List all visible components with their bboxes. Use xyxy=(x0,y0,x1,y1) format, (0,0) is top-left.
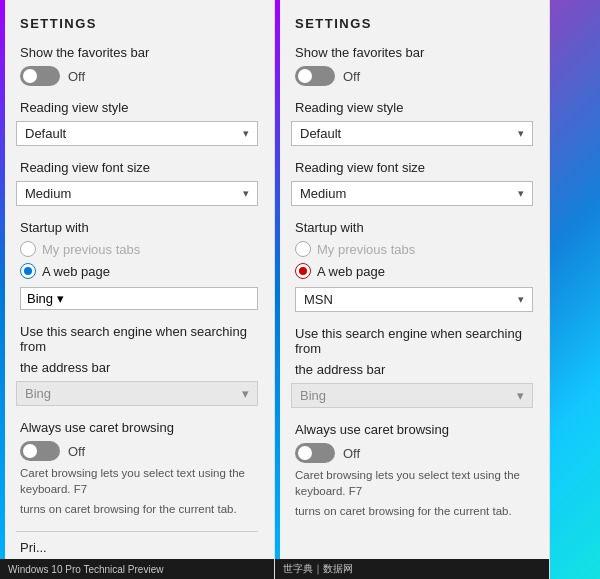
right-search-value: Bing xyxy=(300,388,326,403)
left-radio-prev-tabs[interactable]: My previous tabs xyxy=(20,241,258,257)
left-reading-style-value: Default xyxy=(25,126,66,141)
right-favorites-toggle-knob xyxy=(298,69,312,83)
right-caret-desc1: Caret browsing lets you select text usin… xyxy=(291,467,533,499)
right-accent xyxy=(275,0,280,579)
left-search-label1: Use this search engine when searching fr… xyxy=(16,324,258,354)
left-font-size-select[interactable]: Medium ▾ xyxy=(16,181,258,206)
right-bottom-watermark: 世字典｜数据网 xyxy=(283,562,353,576)
right-radio-web-circle xyxy=(295,263,311,279)
right-panel: SETTINGS Show the favorites bar Off Read… xyxy=(275,0,550,579)
left-search-select[interactable]: Bing ▾ xyxy=(16,381,258,406)
left-favorites-toggle-row: Off xyxy=(16,66,258,86)
right-bottom-bar: 世字典｜数据网 xyxy=(275,559,549,579)
left-radio-prev-label: My previous tabs xyxy=(42,242,140,257)
right-favorites-toggle-row: Off xyxy=(291,66,533,86)
left-startup-dropdown-value: Bing xyxy=(27,291,53,306)
left-search-section: Use this search engine when searching fr… xyxy=(16,324,258,406)
right-font-size-value: Medium xyxy=(300,186,346,201)
left-panel: SETTINGS Show the favorites bar Off Read… xyxy=(0,0,275,579)
right-reading-style-value: Default xyxy=(300,126,341,141)
right-startup-label: Startup with xyxy=(291,220,533,235)
right-reading-style-section: Reading view style Default ▾ xyxy=(291,100,533,146)
right-startup-dropdown-value: MSN xyxy=(304,292,333,307)
right-reading-style-arrow: ▾ xyxy=(518,127,524,140)
right-font-size-arrow: ▾ xyxy=(518,187,524,200)
left-radio-web-dot xyxy=(24,267,32,275)
left-caret-toggle-row: Off xyxy=(16,441,258,461)
right-startup-dropdown-arrow: ▾ xyxy=(518,293,524,306)
right-caret-desc2: turns on caret browsing for the current … xyxy=(291,503,533,519)
right-favorites-label: Show the favorites bar xyxy=(291,45,533,60)
left-startup-section: Startup with My previous tabs A web page… xyxy=(16,220,258,310)
right-radio-group: My previous tabs A web page xyxy=(291,241,533,279)
right-caret-label: Always use caret browsing xyxy=(291,422,533,437)
left-reading-style-arrow: ▾ xyxy=(243,127,249,140)
left-font-size-label: Reading view font size xyxy=(16,160,258,175)
left-caret-toggle[interactable] xyxy=(20,441,60,461)
right-favorites-section: Show the favorites bar Off xyxy=(291,45,533,86)
right-background xyxy=(550,0,600,579)
right-radio-prev-tabs[interactable]: My previous tabs xyxy=(295,241,533,257)
right-favorites-toggle[interactable] xyxy=(295,66,335,86)
right-search-arrow: ▾ xyxy=(517,388,524,403)
left-privacy-label: Pri... xyxy=(16,540,258,555)
left-caret-label: Always use caret browsing xyxy=(16,420,258,435)
left-radio-web-page[interactable]: A web page xyxy=(20,263,258,279)
left-bottom-text: Windows 10 Pro Technical Preview xyxy=(8,564,163,575)
left-favorites-toggle[interactable] xyxy=(20,66,60,86)
left-search-arrow: ▾ xyxy=(242,386,249,401)
right-search-label2: the address bar xyxy=(291,362,533,377)
right-panel-title: SETTINGS xyxy=(291,16,533,31)
left-favorites-toggle-knob xyxy=(23,69,37,83)
left-caret-desc1: Caret browsing lets you select text usin… xyxy=(16,465,258,497)
left-search-value: Bing xyxy=(25,386,51,401)
right-startup-section: Startup with My previous tabs A web page… xyxy=(291,220,533,312)
left-panel-title: SETTINGS xyxy=(16,16,258,31)
left-startup-dropdown[interactable]: Bing ▾ xyxy=(20,287,258,310)
left-search-label2: the address bar xyxy=(16,360,258,375)
left-startup-dropdown-arrow: ▾ xyxy=(57,291,64,306)
right-favorites-toggle-label: Off xyxy=(343,69,360,84)
right-startup-dropdown[interactable]: MSN ▾ xyxy=(295,287,533,312)
left-favorites-section: Show the favorites bar Off xyxy=(16,45,258,86)
left-radio-prev-circle xyxy=(20,241,36,257)
left-favorites-toggle-label: Off xyxy=(68,69,85,84)
right-bg-overlay xyxy=(550,0,600,579)
left-startup-label: Startup with xyxy=(16,220,258,235)
right-radio-prev-circle xyxy=(295,241,311,257)
right-radio-prev-label: My previous tabs xyxy=(317,242,415,257)
right-caret-toggle[interactable] xyxy=(295,443,335,463)
left-caret-toggle-knob xyxy=(23,444,37,458)
right-font-size-select[interactable]: Medium ▾ xyxy=(291,181,533,206)
left-caret-section: Always use caret browsing Off Caret brow… xyxy=(16,420,258,517)
right-caret-toggle-label: Off xyxy=(343,446,360,461)
left-favorites-label: Show the favorites bar xyxy=(16,45,258,60)
left-caret-toggle-label: Off xyxy=(68,444,85,459)
left-divider xyxy=(16,531,258,532)
right-font-size-label: Reading view font size xyxy=(291,160,533,175)
left-font-size-value: Medium xyxy=(25,186,71,201)
right-radio-web-label: A web page xyxy=(317,264,385,279)
right-reading-style-select[interactable]: Default ▾ xyxy=(291,121,533,146)
left-reading-style-section: Reading view style Default ▾ xyxy=(16,100,258,146)
right-font-size-section: Reading view font size Medium ▾ xyxy=(291,160,533,206)
right-search-label1: Use this search engine when searching fr… xyxy=(291,326,533,356)
left-radio-web-circle xyxy=(20,263,36,279)
right-caret-toggle-row: Off xyxy=(291,443,533,463)
left-accent xyxy=(0,0,5,579)
right-search-select[interactable]: Bing ▾ xyxy=(291,383,533,408)
left-bottom-bar: Windows 10 Pro Technical Preview xyxy=(0,559,274,579)
right-caret-section: Always use caret browsing Off Caret brow… xyxy=(291,422,533,519)
left-radio-group: My previous tabs A web page xyxy=(16,241,258,279)
right-radio-web-page[interactable]: A web page xyxy=(295,263,533,279)
right-radio-web-dot xyxy=(299,267,307,275)
right-caret-toggle-knob xyxy=(298,446,312,460)
left-radio-web-label: A web page xyxy=(42,264,110,279)
left-caret-desc2: turns on caret browsing for the current … xyxy=(16,501,258,517)
left-font-size-section: Reading view font size Medium ▾ xyxy=(16,160,258,206)
left-font-size-arrow: ▾ xyxy=(243,187,249,200)
right-search-section: Use this search engine when searching fr… xyxy=(291,326,533,408)
left-reading-style-label: Reading view style xyxy=(16,100,258,115)
right-reading-style-label: Reading view style xyxy=(291,100,533,115)
left-reading-style-select[interactable]: Default ▾ xyxy=(16,121,258,146)
